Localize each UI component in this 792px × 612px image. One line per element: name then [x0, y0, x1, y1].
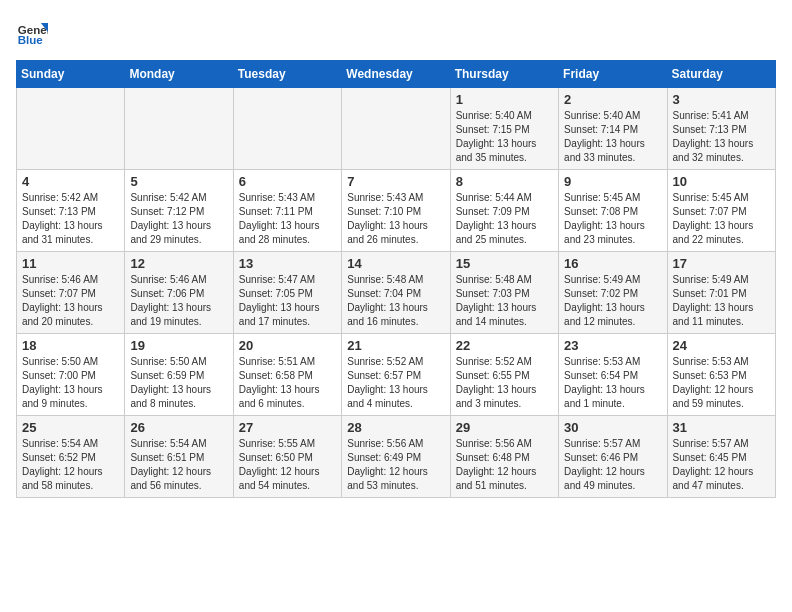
day-number: 14 [347, 256, 444, 271]
calendar-cell: 14Sunrise: 5:48 AM Sunset: 7:04 PM Dayli… [342, 252, 450, 334]
day-number: 6 [239, 174, 336, 189]
day-number: 24 [673, 338, 770, 353]
calendar-cell: 9Sunrise: 5:45 AM Sunset: 7:08 PM Daylig… [559, 170, 667, 252]
day-number: 1 [456, 92, 553, 107]
calendar-cell: 20Sunrise: 5:51 AM Sunset: 6:58 PM Dayli… [233, 334, 341, 416]
calendar-cell: 24Sunrise: 5:53 AM Sunset: 6:53 PM Dayli… [667, 334, 775, 416]
day-number: 23 [564, 338, 661, 353]
day-info: Sunrise: 5:43 AM Sunset: 7:10 PM Dayligh… [347, 191, 444, 247]
calendar-cell: 17Sunrise: 5:49 AM Sunset: 7:01 PM Dayli… [667, 252, 775, 334]
day-info: Sunrise: 5:45 AM Sunset: 7:08 PM Dayligh… [564, 191, 661, 247]
day-number: 22 [456, 338, 553, 353]
calendar-cell: 31Sunrise: 5:57 AM Sunset: 6:45 PM Dayli… [667, 416, 775, 498]
calendar-body: 1Sunrise: 5:40 AM Sunset: 7:15 PM Daylig… [17, 88, 776, 498]
day-info: Sunrise: 5:52 AM Sunset: 6:55 PM Dayligh… [456, 355, 553, 411]
calendar-cell: 8Sunrise: 5:44 AM Sunset: 7:09 PM Daylig… [450, 170, 558, 252]
calendar-day-header: Sunday [17, 61, 125, 88]
day-info: Sunrise: 5:42 AM Sunset: 7:13 PM Dayligh… [22, 191, 119, 247]
day-number: 12 [130, 256, 227, 271]
calendar-cell [125, 88, 233, 170]
day-number: 8 [456, 174, 553, 189]
calendar-cell: 28Sunrise: 5:56 AM Sunset: 6:49 PM Dayli… [342, 416, 450, 498]
day-info: Sunrise: 5:42 AM Sunset: 7:12 PM Dayligh… [130, 191, 227, 247]
day-info: Sunrise: 5:54 AM Sunset: 6:51 PM Dayligh… [130, 437, 227, 493]
day-info: Sunrise: 5:53 AM Sunset: 6:53 PM Dayligh… [673, 355, 770, 411]
calendar-day-header: Tuesday [233, 61, 341, 88]
day-info: Sunrise: 5:45 AM Sunset: 7:07 PM Dayligh… [673, 191, 770, 247]
day-number: 18 [22, 338, 119, 353]
day-info: Sunrise: 5:40 AM Sunset: 7:14 PM Dayligh… [564, 109, 661, 165]
calendar-cell: 19Sunrise: 5:50 AM Sunset: 6:59 PM Dayli… [125, 334, 233, 416]
calendar-week-row: 1Sunrise: 5:40 AM Sunset: 7:15 PM Daylig… [17, 88, 776, 170]
day-info: Sunrise: 5:40 AM Sunset: 7:15 PM Dayligh… [456, 109, 553, 165]
calendar-week-row: 4Sunrise: 5:42 AM Sunset: 7:13 PM Daylig… [17, 170, 776, 252]
day-info: Sunrise: 5:44 AM Sunset: 7:09 PM Dayligh… [456, 191, 553, 247]
calendar-cell: 11Sunrise: 5:46 AM Sunset: 7:07 PM Dayli… [17, 252, 125, 334]
calendar-day-header: Saturday [667, 61, 775, 88]
day-info: Sunrise: 5:49 AM Sunset: 7:01 PM Dayligh… [673, 273, 770, 329]
day-info: Sunrise: 5:41 AM Sunset: 7:13 PM Dayligh… [673, 109, 770, 165]
calendar-cell: 29Sunrise: 5:56 AM Sunset: 6:48 PM Dayli… [450, 416, 558, 498]
calendar-week-row: 25Sunrise: 5:54 AM Sunset: 6:52 PM Dayli… [17, 416, 776, 498]
calendar-week-row: 18Sunrise: 5:50 AM Sunset: 7:00 PM Dayli… [17, 334, 776, 416]
calendar-cell: 2Sunrise: 5:40 AM Sunset: 7:14 PM Daylig… [559, 88, 667, 170]
calendar-cell [233, 88, 341, 170]
day-info: Sunrise: 5:56 AM Sunset: 6:48 PM Dayligh… [456, 437, 553, 493]
day-number: 7 [347, 174, 444, 189]
calendar-cell: 4Sunrise: 5:42 AM Sunset: 7:13 PM Daylig… [17, 170, 125, 252]
calendar-cell: 6Sunrise: 5:43 AM Sunset: 7:11 PM Daylig… [233, 170, 341, 252]
day-number: 15 [456, 256, 553, 271]
calendar-cell: 26Sunrise: 5:54 AM Sunset: 6:51 PM Dayli… [125, 416, 233, 498]
day-info: Sunrise: 5:54 AM Sunset: 6:52 PM Dayligh… [22, 437, 119, 493]
day-info: Sunrise: 5:48 AM Sunset: 7:04 PM Dayligh… [347, 273, 444, 329]
calendar-cell: 1Sunrise: 5:40 AM Sunset: 7:15 PM Daylig… [450, 88, 558, 170]
calendar-cell: 15Sunrise: 5:48 AM Sunset: 7:03 PM Dayli… [450, 252, 558, 334]
page-header: General Blue [16, 16, 776, 48]
calendar-cell: 3Sunrise: 5:41 AM Sunset: 7:13 PM Daylig… [667, 88, 775, 170]
day-number: 3 [673, 92, 770, 107]
calendar-cell: 30Sunrise: 5:57 AM Sunset: 6:46 PM Dayli… [559, 416, 667, 498]
day-number: 17 [673, 256, 770, 271]
calendar-cell: 23Sunrise: 5:53 AM Sunset: 6:54 PM Dayli… [559, 334, 667, 416]
day-info: Sunrise: 5:57 AM Sunset: 6:45 PM Dayligh… [673, 437, 770, 493]
day-number: 27 [239, 420, 336, 435]
day-number: 5 [130, 174, 227, 189]
day-number: 21 [347, 338, 444, 353]
calendar-cell: 25Sunrise: 5:54 AM Sunset: 6:52 PM Dayli… [17, 416, 125, 498]
calendar-cell: 5Sunrise: 5:42 AM Sunset: 7:12 PM Daylig… [125, 170, 233, 252]
calendar-day-header: Friday [559, 61, 667, 88]
day-info: Sunrise: 5:55 AM Sunset: 6:50 PM Dayligh… [239, 437, 336, 493]
calendar-cell: 13Sunrise: 5:47 AM Sunset: 7:05 PM Dayli… [233, 252, 341, 334]
day-number: 10 [673, 174, 770, 189]
day-info: Sunrise: 5:56 AM Sunset: 6:49 PM Dayligh… [347, 437, 444, 493]
calendar-week-row: 11Sunrise: 5:46 AM Sunset: 7:07 PM Dayli… [17, 252, 776, 334]
day-info: Sunrise: 5:50 AM Sunset: 6:59 PM Dayligh… [130, 355, 227, 411]
day-number: 20 [239, 338, 336, 353]
day-number: 26 [130, 420, 227, 435]
day-info: Sunrise: 5:43 AM Sunset: 7:11 PM Dayligh… [239, 191, 336, 247]
day-info: Sunrise: 5:51 AM Sunset: 6:58 PM Dayligh… [239, 355, 336, 411]
day-number: 30 [564, 420, 661, 435]
calendar-cell [342, 88, 450, 170]
day-info: Sunrise: 5:50 AM Sunset: 7:00 PM Dayligh… [22, 355, 119, 411]
calendar-cell: 16Sunrise: 5:49 AM Sunset: 7:02 PM Dayli… [559, 252, 667, 334]
calendar-header-row: SundayMondayTuesdayWednesdayThursdayFrid… [17, 61, 776, 88]
calendar-table: SundayMondayTuesdayWednesdayThursdayFrid… [16, 60, 776, 498]
day-number: 28 [347, 420, 444, 435]
day-number: 19 [130, 338, 227, 353]
day-number: 25 [22, 420, 119, 435]
day-number: 4 [22, 174, 119, 189]
logo-icon: General Blue [16, 16, 48, 48]
day-number: 11 [22, 256, 119, 271]
day-number: 13 [239, 256, 336, 271]
calendar-day-header: Thursday [450, 61, 558, 88]
calendar-cell: 7Sunrise: 5:43 AM Sunset: 7:10 PM Daylig… [342, 170, 450, 252]
calendar-cell: 22Sunrise: 5:52 AM Sunset: 6:55 PM Dayli… [450, 334, 558, 416]
calendar-cell: 27Sunrise: 5:55 AM Sunset: 6:50 PM Dayli… [233, 416, 341, 498]
day-info: Sunrise: 5:52 AM Sunset: 6:57 PM Dayligh… [347, 355, 444, 411]
calendar-cell: 18Sunrise: 5:50 AM Sunset: 7:00 PM Dayli… [17, 334, 125, 416]
logo: General Blue [16, 16, 52, 48]
day-info: Sunrise: 5:46 AM Sunset: 7:06 PM Dayligh… [130, 273, 227, 329]
calendar-cell: 12Sunrise: 5:46 AM Sunset: 7:06 PM Dayli… [125, 252, 233, 334]
day-number: 16 [564, 256, 661, 271]
